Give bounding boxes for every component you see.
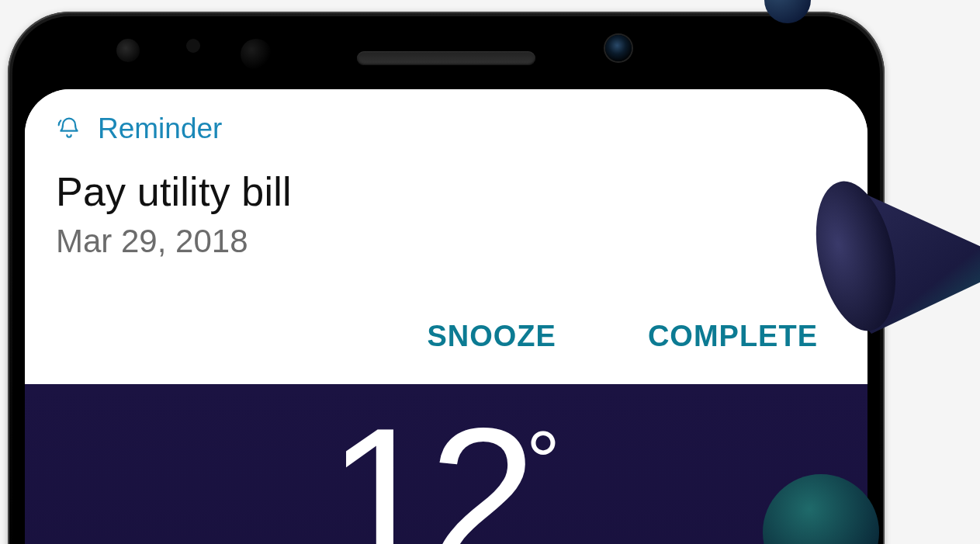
reminder-notification[interactable]: Reminder Pay utility bill Mar 29, 2018 S… [25, 89, 867, 384]
lockscreen-wallpaper [25, 384, 867, 544]
snooze-button[interactable]: SNOOZE [424, 312, 559, 361]
phone-screen: Reminder Pay utility bill Mar 29, 2018 S… [25, 89, 867, 544]
reminder-bell-icon [56, 116, 82, 142]
notification-date: Mar 29, 2018 [56, 223, 836, 260]
notification-actions: SNOOZE COMPLETE [424, 312, 821, 361]
phone-frame: Reminder Pay utility bill Mar 29, 2018 S… [8, 12, 885, 544]
notification-app-label: Reminder [98, 113, 222, 145]
notification-title: Pay utility bill [56, 168, 836, 215]
speaker-grille [8, 47, 885, 70]
complete-button[interactable]: COMPLETE [645, 312, 821, 361]
notification-header: Reminder [56, 113, 836, 145]
front-camera-icon [605, 35, 632, 61]
